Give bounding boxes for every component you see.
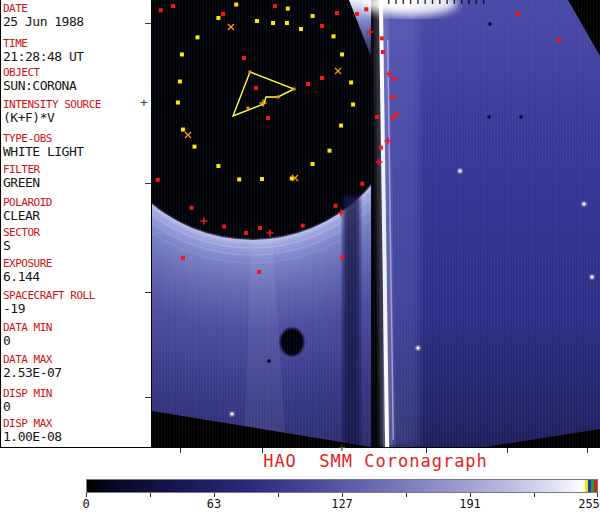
metadata-field: SECTORS <box>3 227 149 252</box>
star <box>417 347 420 350</box>
colorbar-tick-label: 255 <box>578 498 600 510</box>
fiducial-dot <box>192 145 196 149</box>
field-label: TYPE-OBS <box>3 133 149 144</box>
fiducial-dot <box>234 3 238 7</box>
field-value: 0 <box>3 400 149 413</box>
field-label: SPACECRAFT ROLL <box>3 290 149 301</box>
image-title: HAO SMM Coronagraph <box>151 452 600 470</box>
metadata-field: INTENSITY SOURCE(K+F)*V <box>3 99 149 124</box>
field-value: 6.144 <box>3 270 149 283</box>
metadata-sidebar: DATE25 Jun 1988TIME21:28:48 UTOBJECTSUN:… <box>0 0 151 447</box>
metadata-field: TIME21:28:48 UT <box>3 38 149 63</box>
field-value: (K+F)*V <box>3 111 149 124</box>
fiducial-dot <box>320 76 324 80</box>
fiducial-dot <box>254 86 258 90</box>
field-label: FILTER <box>3 164 149 175</box>
metadata-field: DISP MIN0 <box>3 388 149 413</box>
fiducial-dot <box>195 35 199 39</box>
fiducial-dot <box>222 225 226 229</box>
fiducial-dot <box>391 116 395 120</box>
metadata-field: POLAROIDCLEAR <box>3 197 149 222</box>
dark-blob <box>280 328 304 356</box>
field-label: DATA MAX <box>3 354 149 365</box>
sun-center-y-marker: + <box>140 96 148 109</box>
fiducial-dot <box>333 204 337 208</box>
polygon-vertex-dot <box>277 96 280 99</box>
field-label: POLAROID <box>3 197 149 208</box>
fiducial-dot <box>306 82 310 86</box>
field-label: TIME <box>3 38 149 49</box>
fiducial-dot <box>159 8 163 12</box>
y-axis-tick <box>145 397 151 398</box>
fiducial-dot <box>340 255 344 259</box>
fiducial-dot <box>221 12 225 16</box>
dark-speck <box>268 360 271 363</box>
fiducial-dot <box>360 182 364 186</box>
fiducial-dot <box>311 162 315 166</box>
coronagraph-image-canvas <box>152 0 600 447</box>
fiducial-dot <box>380 36 384 40</box>
fiducial-dot <box>273 4 277 8</box>
dark-speck <box>520 116 523 119</box>
field-value: CLEAR <box>3 209 149 222</box>
metadata-field: FILTERGREEN <box>3 164 149 189</box>
star <box>231 413 234 416</box>
field-label: DATA MIN <box>3 322 149 333</box>
fiducial-dot <box>237 177 241 181</box>
metadata-field: DATE25 Jun 1988 <box>3 3 149 28</box>
metadata-field: SPACECRAFT ROLL-19 <box>3 290 149 315</box>
star <box>583 203 586 206</box>
field-value: 0 <box>3 334 149 347</box>
fiducial-dot <box>181 256 185 260</box>
polygon-vertex-dot <box>247 107 250 110</box>
field-label: EXPOSURE <box>3 258 149 269</box>
fiducial-dot <box>171 4 175 8</box>
star <box>459 170 462 173</box>
metadata-field: TYPE-OBSWHITE LIGHT <box>3 133 149 158</box>
metadata-field: EXPOSURE6.144 <box>3 258 149 283</box>
y-axis-tick <box>145 183 151 184</box>
fiducial-dot <box>301 224 305 228</box>
fiducial-dot <box>364 7 368 11</box>
field-value: 21:28:48 UT <box>3 50 149 63</box>
fiducial-dot <box>244 231 248 235</box>
field-label: DISP MAX <box>3 418 149 429</box>
field-label: DATE <box>3 3 149 14</box>
metadata-field: DATA MAX2.53E-07 <box>3 354 149 379</box>
colorbar-tick <box>278 493 279 497</box>
screen: { "sidebar": { "fields": [ {"label":"DAT… <box>0 0 600 512</box>
fiducial-dot <box>216 16 220 20</box>
fiducial-dot <box>299 27 303 31</box>
colorbar-tick <box>406 493 407 497</box>
plot-frame-left <box>0 0 1 448</box>
metadata-field: DATA MIN0 <box>3 322 149 347</box>
field-label: OBJECT <box>3 67 149 78</box>
fiducial-dot <box>516 12 520 16</box>
y-axis-tick <box>145 292 151 293</box>
star <box>591 276 594 279</box>
fiducial-dot <box>335 11 339 15</box>
fiducial-dot <box>258 226 262 230</box>
fiducial-dot <box>176 101 180 105</box>
fiducial-dot <box>180 52 184 56</box>
fiducial-dot <box>181 128 185 132</box>
fiducial-dot <box>332 34 336 38</box>
fiducial-dot <box>395 112 399 116</box>
fiducial-dot <box>351 103 355 107</box>
dark-speck <box>488 116 491 119</box>
field-value: 2.53E-07 <box>3 366 149 379</box>
y-axis-tick <box>145 23 151 24</box>
field-value: S <box>3 239 149 252</box>
dark-column <box>343 195 360 447</box>
colorbar-tick-label: 0 <box>82 498 89 510</box>
field-value: 25 Jun 1988 <box>3 15 149 28</box>
dark-speck <box>489 23 492 26</box>
plot-frame-bottom <box>0 447 600 448</box>
field-value: WHITE LIGHT <box>3 145 149 158</box>
field-value: GREEN <box>3 176 149 189</box>
fiducial-dot <box>242 56 246 60</box>
fiducial-dot <box>266 116 270 120</box>
field-label: SECTOR <box>3 227 149 238</box>
metadata-field: DISP MAX1.00E-08 <box>3 418 149 443</box>
fiducial-dot <box>311 14 315 18</box>
